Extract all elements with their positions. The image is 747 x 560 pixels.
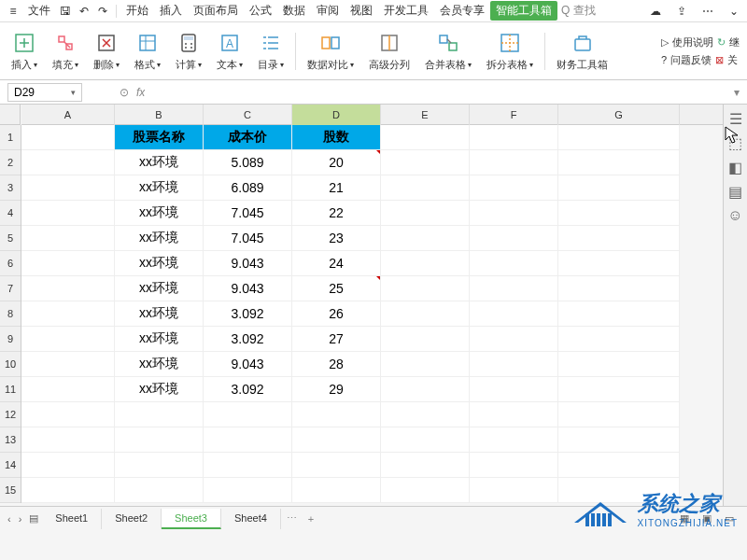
share-icon[interactable]: ⇪ [674,4,689,19]
cell[interactable]: xx环境 [115,175,204,201]
cell[interactable] [470,150,558,175]
row-header[interactable]: 8 [0,301,21,327]
cell[interactable] [292,478,381,503]
undo-icon[interactable]: ↶ [77,4,92,19]
cell[interactable] [381,402,470,427]
sheet-nav-next[interactable]: › [15,513,26,525]
cell[interactable] [470,377,558,402]
chevron-down-icon[interactable]: ⌄ [726,4,741,19]
column-header-A[interactable]: A [21,105,115,125]
cell[interactable]: xx环境 [115,201,204,226]
ribbon-delete[interactable]: 删除 [86,30,127,72]
cell[interactable]: 成本价 [204,125,292,150]
cell[interactable] [470,402,558,427]
cell[interactable]: xx环境 [115,327,204,352]
search-fx-icon[interactable]: ⊙ [120,86,129,99]
cell-name-box[interactable]: D29 [7,83,82,102]
cell[interactable] [558,125,680,150]
tab-insert[interactable]: 插入 [154,1,188,21]
cell[interactable]: 24 [292,251,381,276]
cell[interactable] [21,377,115,402]
row-header[interactable]: 11 [0,377,21,402]
cell[interactable] [204,427,292,453]
sheet-tab[interactable]: Sheet1 [42,509,102,529]
cell[interactable] [381,478,470,503]
tab-smart-toolbox[interactable]: 智能工具箱 [490,1,557,21]
row-header[interactable]: 5 [0,226,21,251]
row-header[interactable]: 10 [0,352,21,377]
sheet-tab[interactable]: Sheet2 [102,509,162,529]
cell[interactable] [381,377,470,402]
cell[interactable] [21,352,115,377]
cell[interactable] [21,301,115,327]
tab-data[interactable]: 数据 [277,1,311,21]
usage-link[interactable]: ▷使用说明 ↻继 [661,35,740,49]
cell[interactable] [558,201,680,226]
more-icon[interactable]: ⋯ [700,4,715,19]
cell[interactable] [381,201,470,226]
view-reading-icon[interactable]: ▭ [721,511,738,527]
cell[interactable]: 9.043 [204,352,292,377]
tab-page-layout[interactable]: 页面布局 [188,1,244,21]
cell[interactable] [381,175,470,201]
cell[interactable]: xx环境 [115,377,204,402]
cell[interactable] [381,276,470,301]
cell[interactable] [21,201,115,226]
cell[interactable]: 21 [292,175,381,201]
cell[interactable] [204,478,292,503]
cell[interactable] [21,402,115,427]
panel-style-icon[interactable]: ◧ [727,159,744,175]
cell[interactable] [470,175,558,201]
cell[interactable] [470,201,558,226]
panel-bot-icon[interactable]: ☺ [727,207,744,224]
row-header[interactable]: 7 [0,276,21,301]
view-page-icon[interactable]: ▣ [698,511,715,527]
cell[interactable] [21,427,115,453]
cell[interactable]: xx环境 [115,226,204,251]
column-header-C[interactable]: C [204,105,292,125]
tab-formula[interactable]: 公式 [244,1,277,21]
cell[interactable]: 7.045 [204,226,292,251]
column-header-G[interactable]: G [558,105,680,125]
row-header[interactable]: 15 [0,478,21,503]
cell[interactable]: 股票名称 [115,125,204,150]
cell[interactable] [21,150,115,175]
cell[interactable] [21,175,115,201]
cell[interactable] [470,226,558,251]
cell[interactable] [558,150,680,175]
cell[interactable] [115,427,204,453]
cell[interactable] [381,125,470,150]
cell[interactable] [470,276,558,301]
cell[interactable]: 23 [292,226,381,251]
sheet-tab[interactable]: Sheet3 [162,509,221,529]
fx-icon[interactable]: fx [136,86,145,99]
cell[interactable] [115,402,204,427]
cell[interactable]: 20 [292,150,381,175]
cell[interactable] [558,453,680,478]
cell[interactable] [115,453,204,478]
cell[interactable]: 3.092 [204,327,292,352]
cloud-icon[interactable]: ☁ [648,4,663,19]
select-all-corner[interactable] [0,105,21,125]
search-trigger[interactable]: Q 查找 [561,3,596,19]
sheet-list-icon[interactable]: ▤ [25,512,42,525]
ribbon-format[interactable]: 格式 [127,30,168,72]
cell[interactable] [558,175,680,201]
row-header[interactable]: 1 [0,125,21,150]
cell[interactable]: 29 [292,377,381,402]
cell[interactable]: xx环境 [115,251,204,276]
cell[interactable] [558,402,680,427]
cell[interactable] [558,352,680,377]
panel-chart-icon[interactable]: ▤ [727,183,744,200]
cell[interactable] [21,276,115,301]
row-header[interactable]: 2 [0,150,21,175]
cell[interactable] [21,125,115,150]
cell[interactable] [21,226,115,251]
cell[interactable]: 3.092 [204,377,292,402]
sheet-tab[interactable]: Sheet4 [221,509,281,529]
cell[interactable]: xx环境 [115,301,204,327]
cell[interactable] [21,453,115,478]
cell[interactable] [558,427,680,453]
cell[interactable] [470,327,558,352]
cell[interactable] [381,352,470,377]
